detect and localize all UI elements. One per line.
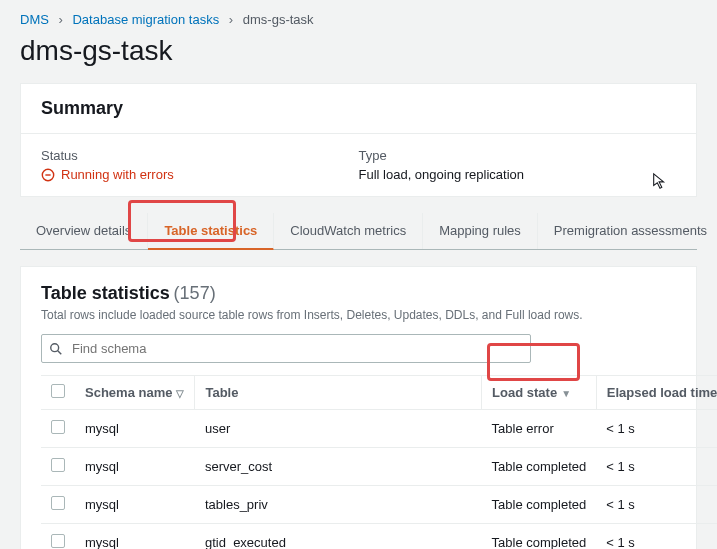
col-table[interactable]: Table <box>195 376 482 410</box>
tab-overview[interactable]: Overview details <box>20 213 148 249</box>
stats-count: (157) <box>174 283 216 303</box>
cell-schema: mysql <box>75 524 195 550</box>
tab-premigration[interactable]: Premigration assessments <box>538 213 717 249</box>
cell-load-state: Table completed <box>482 524 597 550</box>
table-row: mysqlserver_costTable completed< 1 s <box>41 448 717 486</box>
breadcrumb: DMS › Database migration tasks › dms-gs-… <box>0 0 717 35</box>
breadcrumb-root[interactable]: DMS <box>20 12 49 27</box>
summary-header: Summary <box>21 84 696 134</box>
checkbox-row[interactable] <box>51 534 65 548</box>
chevron-right-icon: › <box>59 12 63 27</box>
sort-icon: ▽ <box>176 388 184 399</box>
table-statistics-panel: Table statistics (157) Total rows includ… <box>20 266 697 549</box>
cell-table: gtid_executed <box>195 524 482 550</box>
search-input[interactable] <box>41 334 531 363</box>
checkbox-row[interactable] <box>51 496 65 510</box>
cell-checkbox <box>41 410 75 448</box>
col-checkbox <box>41 376 75 410</box>
status-label: Status <box>41 148 359 163</box>
cell-load-state: Table completed <box>482 448 597 486</box>
stats-subtitle: Total rows include loaded source table r… <box>41 308 676 322</box>
col-elapsed[interactable]: Elapsed load time <box>596 376 717 410</box>
cell-load-state: Table error <box>482 410 597 448</box>
cell-checkbox <box>41 448 75 486</box>
stats-table: Schema name▽ Table Load state▼ Elapsed l… <box>41 375 717 549</box>
cell-elapsed: < 1 s <box>596 524 717 550</box>
search-icon <box>49 342 63 356</box>
page-title: dms-gs-task <box>0 35 717 83</box>
tab-cloudwatch[interactable]: CloudWatch metrics <box>274 213 423 249</box>
type-value: Full load, ongoing replication <box>359 167 677 182</box>
search-wrap <box>41 334 531 363</box>
error-icon <box>41 168 55 182</box>
cell-load-state: Table completed <box>482 486 597 524</box>
status-field: Status Running with errors <box>41 148 359 182</box>
checkbox-row[interactable] <box>51 420 65 434</box>
col-load-state[interactable]: Load state▼ <box>482 376 597 410</box>
status-text: Running with errors <box>61 167 174 182</box>
summary-title: Summary <box>41 98 676 119</box>
cell-schema: mysql <box>75 448 195 486</box>
table-row: mysqlgtid_executedTable completed< 1 s <box>41 524 717 550</box>
cell-table: tables_priv <box>195 486 482 524</box>
type-label: Type <box>359 148 677 163</box>
breadcrumb-mid[interactable]: Database migration tasks <box>72 12 219 27</box>
tab-mapping-rules[interactable]: Mapping rules <box>423 213 538 249</box>
tab-table-statistics[interactable]: Table statistics <box>148 213 274 250</box>
sort-icon: ▼ <box>561 388 571 399</box>
checkbox-all[interactable] <box>51 384 65 398</box>
cell-schema: mysql <box>75 410 195 448</box>
col-schema[interactable]: Schema name▽ <box>75 376 195 410</box>
cell-table: server_cost <box>195 448 482 486</box>
breadcrumb-current: dms-gs-task <box>243 12 314 27</box>
chevron-right-icon: › <box>229 12 233 27</box>
svg-line-3 <box>58 350 62 354</box>
cell-checkbox <box>41 524 75 550</box>
type-field: Type Full load, ongoing replication <box>359 148 677 182</box>
stats-title: Table statistics <box>41 283 170 303</box>
cell-elapsed: < 1 s <box>596 448 717 486</box>
table-row: mysqluserTable error< 1 s <box>41 410 717 448</box>
cell-elapsed: < 1 s <box>596 486 717 524</box>
table-row: mysqltables_privTable completed< 1 s <box>41 486 717 524</box>
tabs: Overview details Table statistics CloudW… <box>20 213 697 250</box>
status-value: Running with errors <box>41 167 359 182</box>
cell-table: user <box>195 410 482 448</box>
cell-checkbox <box>41 486 75 524</box>
svg-point-2 <box>51 343 59 351</box>
summary-panel: Summary Status Running with errors Type … <box>20 83 697 197</box>
checkbox-row[interactable] <box>51 458 65 472</box>
cell-schema: mysql <box>75 486 195 524</box>
cell-elapsed: < 1 s <box>596 410 717 448</box>
cursor-icon <box>651 172 669 190</box>
